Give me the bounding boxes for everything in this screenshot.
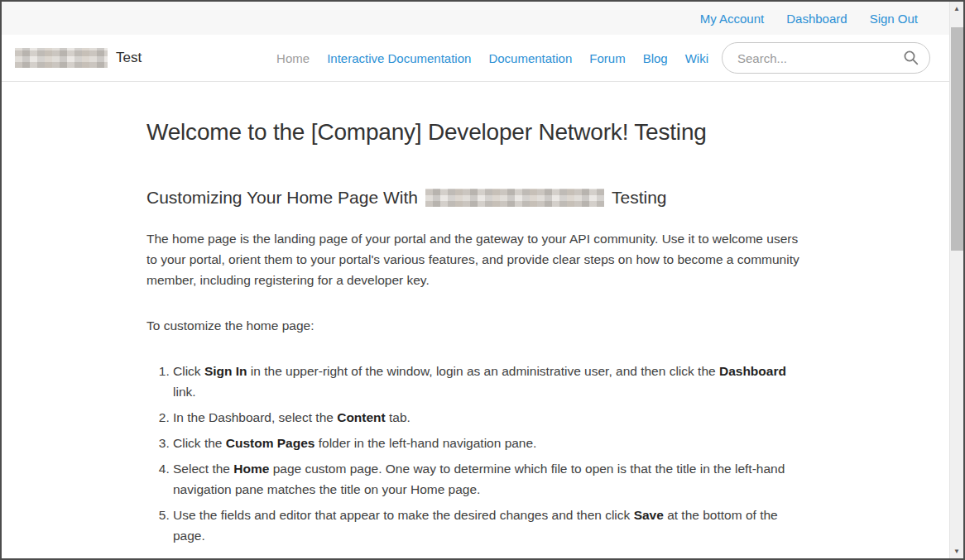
search-box [722, 42, 930, 74]
nav-item-home[interactable]: Home [276, 51, 310, 65]
section-heading: Customizing Your Home Page With Testing [146, 188, 838, 208]
list-intro: To customize the home page: [146, 315, 809, 336]
scrollbar-thumb[interactable] [951, 27, 963, 251]
nav-item-interactive-documentation[interactable]: Interactive Documentation [327, 51, 471, 65]
redacted-product-name [425, 189, 604, 207]
site-logo-text: Test [116, 50, 142, 66]
section-heading-suffix: Testing [612, 188, 667, 208]
text-segment: link. [173, 385, 196, 399]
browser-viewport: My Account Dashboard Sign Out Test Home … [0, 0, 965, 560]
text-segment: folder in the left-hand navigation pane. [314, 436, 536, 450]
list-item: Select the Home page custom page. One wa… [173, 458, 809, 500]
section-heading-prefix: Customizing Your Home Page With [146, 188, 418, 208]
list-item: Click the Custom Pages folder in the lef… [173, 433, 809, 453]
list-item: Use the fields and editor that appear to… [173, 505, 809, 546]
list-item: In the Dashboard, select the Content tab… [173, 407, 809, 428]
text-segment: Click [173, 364, 204, 378]
top-bar: My Account Dashboard Sign Out [2, 2, 963, 35]
scroll-up-icon[interactable]: ▲ [950, 2, 963, 16]
redacted-logo-image [15, 48, 108, 68]
search-icon[interactable] [903, 50, 919, 66]
text-segment: Save [634, 508, 664, 522]
text-segment: Click the [173, 436, 226, 450]
text-segment: Dashboard [719, 364, 786, 378]
dashboard-link[interactable]: Dashboard [786, 12, 847, 26]
page-title: Welcome to the [Company] Developer Netwo… [146, 119, 838, 146]
vertical-scrollbar[interactable]: ▲ ▼ [949, 2, 963, 558]
text-segment: Home [233, 462, 269, 476]
text-segment: Sign In [204, 364, 247, 378]
text-segment: Content [337, 410, 386, 424]
text-segment: Custom Pages [226, 436, 315, 450]
text-segment: tab. [386, 410, 410, 424]
nav-item-wiki[interactable]: Wiki [685, 51, 708, 65]
site-logo[interactable]: Test [15, 48, 142, 68]
intro-paragraph: The home page is the landing page of you… [146, 228, 809, 290]
primary-nav: Home Interactive Documentation Documenta… [276, 51, 708, 65]
text-segment: In the Dashboard, select the [173, 410, 337, 424]
main-navbar: Test Home Interactive Documentation Docu… [2, 35, 963, 82]
page-content: Welcome to the [Company] Developer Netwo… [2, 82, 838, 560]
text-segment: Use the fields and editor that appear to… [173, 508, 634, 522]
scroll-down-icon[interactable]: ▼ [950, 544, 963, 558]
text-segment: Select the [173, 462, 233, 476]
nav-item-forum[interactable]: Forum [589, 51, 625, 65]
text-segment: in the upper-right of the window, login … [247, 364, 719, 378]
sign-out-link[interactable]: Sign Out [870, 12, 918, 26]
customize-steps-list: Click Sign In in the upper-right of the … [146, 361, 809, 546]
list-item: Click Sign In in the upper-right of the … [173, 361, 809, 402]
search-input[interactable] [722, 42, 930, 74]
my-account-link[interactable]: My Account [700, 12, 765, 26]
nav-item-blog[interactable]: Blog [643, 51, 668, 65]
nav-item-documentation[interactable]: Documentation [488, 51, 572, 65]
